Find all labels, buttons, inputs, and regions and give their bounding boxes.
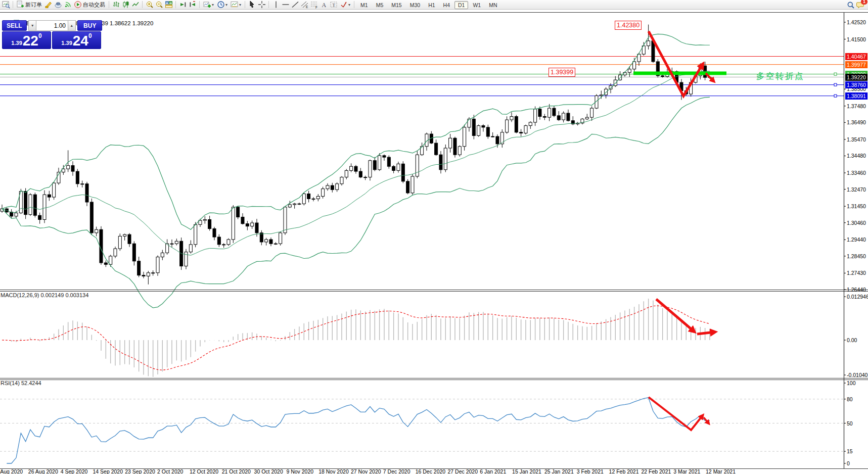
level-handle [834, 73, 837, 75]
price-badge-1.40467: 1.40467 [845, 53, 867, 60]
price-tick-1.37480: 1.37480 [847, 103, 866, 109]
price-tick-1.34480: 1.34480 [847, 153, 866, 159]
drawn-annotations [633, 31, 837, 430]
horizontal-level-lines [0, 57, 844, 96]
date-tick-12-Oct-2020: 12 Oct 2020 [190, 468, 218, 474]
date-tick-26-Aug-2020: 26 Aug 2020 [28, 468, 58, 474]
rsi-tick-100: 100 [847, 380, 856, 386]
rsi-tick-15: 15 [847, 448, 853, 454]
rsi-tick-50: 50 [847, 420, 853, 426]
chart-canvas[interactable] [0, 0, 868, 474]
date-tick-21-Oct-2020: 21 Oct 2020 [222, 468, 251, 474]
date-tick-23-Sep-2020: 23 Sep 2020 [125, 468, 155, 474]
volume-decrease-button[interactable]: ▼ [28, 20, 36, 31]
macd-tick--0.010401: -0.010401 [847, 372, 868, 378]
price-tick-1.30460: 1.30460 [847, 220, 866, 226]
price-tick-1.27430: 1.27430 [847, 270, 866, 276]
date-tick-14-Sep-2020: 14 Sep 2020 [93, 468, 123, 474]
date-tick-4-Sep-2020: 4 Sep 2020 [61, 468, 88, 474]
buy-price-base: 1.39 [61, 40, 72, 46]
price-tick-1.41500: 1.41500 [847, 36, 866, 42]
one-click-trading-panel: SELL ▼ ▲ BUY 1.39 22 0 1.39 24 0 [2, 20, 102, 49]
macd-layer [2, 299, 710, 377]
date-tick-12-Mar-2021: 12 Mar 2021 [706, 468, 736, 474]
price-tick-1.31450: 1.31450 [847, 203, 866, 209]
date-tick-15-Jan-2021: 15 Jan 2021 [512, 468, 541, 474]
price-badge-1.39220: 1.39220 [845, 74, 867, 81]
buy-price-box[interactable]: 1.39 24 0 [52, 31, 101, 49]
price-tick-1.29440: 1.29440 [847, 236, 866, 243]
date-tick-18-Nov-2020: 18 Nov 2020 [318, 468, 349, 474]
price-tick-1.26440: 1.26440 [847, 287, 866, 293]
sell-button[interactable]: SELL [2, 20, 27, 31]
price-badge-1.38091: 1.38091 [845, 92, 867, 100]
sell-price-base: 1.39 [11, 40, 22, 46]
sell-price-point: 0 [38, 32, 42, 39]
date-tick-16-Dec-2020: 16 Dec 2020 [416, 468, 446, 474]
mt4-terminal: 新订单 自动交易 [0, 0, 868, 474]
price-tick-1.42520: 1.42520 [847, 19, 866, 25]
date-tick-2-Oct-2020: 2 Oct 2020 [157, 468, 183, 474]
sell-price-box[interactable]: 1.39 22 0 [2, 31, 51, 49]
pivot-note-text[interactable]: 多空转折点 [756, 71, 804, 82]
date-tick-27-Nov-2020: 27 Nov 2020 [351, 468, 381, 474]
macd-tick-0.00: 0.00 [847, 337, 857, 343]
candles-layer [1, 25, 711, 285]
date-tick-25-Jan-2021: 25 Jan 2021 [544, 468, 574, 474]
support-price-flag[interactable]: 1.39399 [549, 68, 575, 77]
date-tick-22-Feb-2021: 22 Feb 2021 [641, 468, 671, 474]
date-tick-6-Jan-2021: 6 Jan 2021 [480, 468, 506, 474]
macd-down-arrow [656, 299, 694, 331]
date-tick-12-Feb-2021: 12 Feb 2021 [609, 468, 639, 474]
buy-price-point: 0 [88, 32, 92, 39]
peak-price-flag[interactable]: 1.42380 [615, 21, 642, 30]
rsi-path-arrow [649, 397, 703, 430]
price-tick-1.33460: 1.33460 [847, 170, 866, 176]
macd-label: MACD(12,26,9) 0.002149 0.003134 [1, 292, 88, 298]
price-tick-1.36490: 1.36490 [847, 119, 866, 125]
macd-flat-arrow [697, 332, 715, 334]
price-tick-1.28450: 1.28450 [847, 253, 866, 259]
rsi-label: RSI(14) 52.4244 [1, 380, 41, 386]
date-tick-27-Dec-2020: 27 Dec 2020 [447, 468, 478, 474]
level-handle [834, 94, 837, 97]
date-tick-9-Nov-2020: 9 Nov 2020 [286, 468, 313, 474]
volume-input[interactable] [36, 20, 68, 31]
price-badge-1.39977: 1.39977 [845, 61, 867, 68]
volume-increase-button[interactable]: ▲ [68, 20, 76, 31]
buy-price-pips: 24 [73, 34, 88, 48]
price-tick-1.35470: 1.35470 [847, 136, 866, 143]
macd-tick-0.012946: 0.012946 [847, 294, 868, 300]
date-tick-3-Mar-2021: 3 Mar 2021 [673, 468, 700, 474]
date-tick-3-Feb-2021: 3 Feb 2021 [577, 468, 604, 474]
rsi-tick-0: 0 [847, 460, 850, 466]
rsi-line [7, 398, 710, 463]
level-handle [834, 83, 837, 86]
date-tick-7-Dec-2020: 7 Dec 2020 [383, 468, 410, 474]
price-badge-1.38760: 1.38760 [845, 81, 867, 88]
buy-button[interactable]: BUY [77, 20, 102, 31]
price-tick-1.32470: 1.32470 [847, 186, 866, 193]
rsi-tick-80: 80 [847, 396, 853, 402]
date-tick-30-Oct-2020: 30 Oct 2020 [254, 468, 283, 474]
sell-price-pips: 22 [23, 34, 38, 48]
date-tick-7-Aug-2020: 7 Aug 2020 [0, 468, 23, 474]
